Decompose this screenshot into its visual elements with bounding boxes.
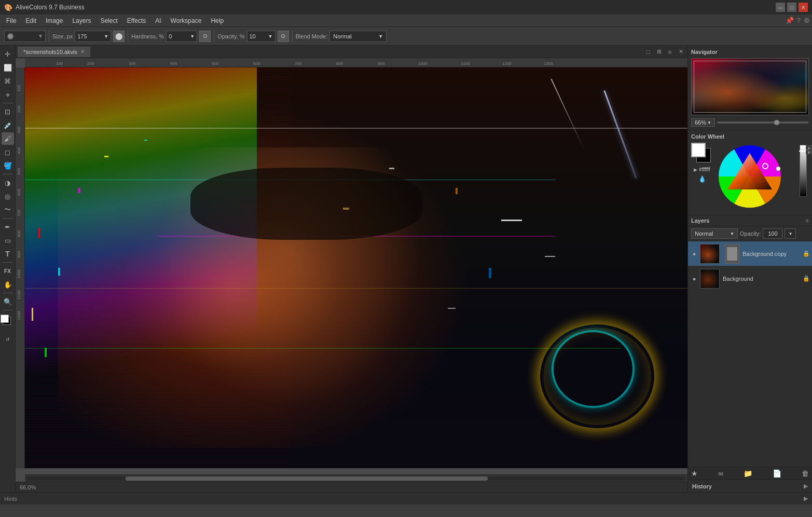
opacity-icon[interactable]: ⊙ bbox=[278, 31, 289, 42]
help-icon[interactable]: ? bbox=[797, 17, 801, 24]
toolbox-sep-5 bbox=[3, 293, 13, 293]
blend-mode-label: Blend Mode: bbox=[296, 33, 328, 39]
foreground-color-swatch[interactable] bbox=[1, 315, 9, 323]
document-tab[interactable]: *screenshots10.akvis ✕ bbox=[18, 47, 90, 57]
menu-select[interactable]: Select bbox=[96, 16, 121, 25]
maximize-button[interactable]: □ bbox=[787, 3, 796, 12]
menu-edit[interactable]: Edit bbox=[21, 16, 40, 25]
tool-eraser[interactable]: ◻ bbox=[2, 146, 14, 158]
svg-text:400: 400 bbox=[17, 147, 21, 154]
tool-fx[interactable]: FX bbox=[2, 265, 14, 277]
layer-list: ● Background copy 🔒 ● bbox=[688, 241, 812, 467]
blend-mode-select[interactable]: Normal ▼ bbox=[329, 31, 387, 42]
size-input[interactable]: 175 ▼ bbox=[75, 31, 111, 42]
history-expand-arrow[interactable]: ▶ bbox=[804, 483, 808, 489]
svg-point-33 bbox=[776, 167, 780, 171]
main-content: ✛ ⬜ ⌘ ⋄ ⊡ 💉 🖌 ◻ 🪣 ◑ ◎ 〜 ✒ ▭ T FX ✋ 🔍 ↺ bbox=[0, 46, 812, 492]
view-single-icon[interactable]: □ bbox=[643, 47, 653, 57]
menu-effects[interactable]: Effects bbox=[123, 16, 150, 25]
tool-eyedropper[interactable]: 💉 bbox=[2, 119, 14, 131]
layer-item-background-copy[interactable]: ● Background copy 🔒 bbox=[688, 241, 812, 266]
horizontal-scrollbar[interactable] bbox=[25, 474, 687, 482]
eyedropper-icon[interactable]: 💧 bbox=[698, 175, 706, 183]
canvas-area: *screenshots10.akvis ✕ □ ⊞ ≡ ✕ 100 200 3… bbox=[16, 46, 687, 492]
tab-view-icons: □ ⊞ ≡ ✕ bbox=[643, 47, 685, 57]
tool-lasso[interactable]: ⌘ bbox=[2, 75, 14, 87]
new-layer-btn[interactable]: 📄 bbox=[773, 469, 781, 478]
zoom-slider[interactable] bbox=[717, 121, 809, 124]
hints-expand-icon[interactable]: ▶ bbox=[804, 495, 808, 502]
tool-brush[interactable]: 🖌 bbox=[2, 132, 14, 145]
size-value: 175 bbox=[77, 33, 87, 39]
view-list-icon[interactable]: ≡ bbox=[665, 47, 675, 57]
menu-file[interactable]: File bbox=[2, 16, 20, 25]
color-wheel-panel: Color Wheel ▶ #ffffff 💧 bbox=[688, 130, 812, 215]
app-title: AliveColors 9.7 Business bbox=[16, 4, 85, 11]
svg-text:600: 600 bbox=[17, 188, 21, 196]
svg-text:200: 200 bbox=[17, 105, 21, 113]
menu-image[interactable]: Image bbox=[42, 16, 67, 25]
foreground-color-box[interactable] bbox=[691, 143, 706, 157]
menu-ai[interactable]: AI bbox=[151, 16, 165, 25]
tool-select-rect[interactable]: ⬜ bbox=[2, 61, 14, 74]
view-grid-icon[interactable]: ⊞ bbox=[654, 47, 664, 57]
zoom-value[interactable]: 66% ▼ bbox=[691, 118, 715, 127]
separator-2 bbox=[128, 31, 128, 42]
color-swatch-area[interactable] bbox=[1, 315, 15, 330]
navigator-preview bbox=[691, 58, 809, 115]
tool-blur[interactable]: ◎ bbox=[2, 190, 14, 202]
size-brush-icon[interactable]: ⬤ bbox=[113, 31, 125, 42]
canvas-content[interactable] bbox=[25, 67, 687, 468]
layer-opacity-arrow[interactable]: ▼ bbox=[785, 228, 796, 239]
new-group-btn[interactable]: 📁 bbox=[744, 469, 752, 478]
layer-link-btn[interactable]: ∞ bbox=[718, 469, 723, 478]
menu-workspace[interactable]: Workspace bbox=[167, 16, 206, 25]
tool-color-reset[interactable]: ↺ bbox=[2, 333, 14, 346]
color-up-btn[interactable]: ▲ bbox=[806, 145, 812, 149]
history-panel-title: History bbox=[692, 483, 712, 489]
close-all-icon[interactable]: ✕ bbox=[676, 47, 685, 57]
svg-text:100: 100 bbox=[56, 61, 63, 66]
layer-visibility-bg[interactable]: ● bbox=[690, 275, 698, 283]
opacity-label: Opacity: bbox=[740, 230, 761, 237]
layer-thumb-bg-copy bbox=[700, 244, 720, 264]
tool-dodge[interactable]: ◑ bbox=[2, 176, 14, 189]
tool-smudge[interactable]: 〜 bbox=[2, 203, 14, 216]
add-adjustment-layer-btn[interactable]: ★ bbox=[691, 469, 698, 478]
layer-blend-mode[interactable]: Normal ▼ bbox=[691, 228, 738, 239]
svg-text:200: 200 bbox=[87, 61, 94, 66]
layers-menu-icon[interactable]: ≡ bbox=[806, 217, 809, 224]
close-button[interactable]: ✕ bbox=[799, 3, 808, 12]
tool-fill[interactable]: 🪣 bbox=[2, 159, 14, 172]
settings-icon[interactable]: ⚙ bbox=[804, 17, 810, 24]
tool-crop[interactable]: ⊡ bbox=[2, 105, 14, 118]
toolbox: ✛ ⬜ ⌘ ⋄ ⊡ 💉 🖌 ◻ 🪣 ◑ ◎ 〜 ✒ ▭ T FX ✋ 🔍 ↺ bbox=[0, 46, 16, 492]
color-down-btn[interactable]: ▼ bbox=[806, 150, 812, 154]
layers-panel-controls: ≡ bbox=[806, 217, 809, 224]
opacity-number: 100 bbox=[768, 230, 777, 237]
tab-close-button[interactable]: ✕ bbox=[80, 49, 85, 55]
toolbar-pin-icon: 📌 bbox=[786, 17, 794, 24]
layer-item-background[interactable]: ● Background 🔒 bbox=[688, 266, 812, 291]
menu-layers[interactable]: Layers bbox=[68, 16, 95, 25]
menu-help[interactable]: Help bbox=[207, 16, 228, 25]
brush-preview[interactable]: ▼ bbox=[4, 31, 46, 42]
tool-shape[interactable]: ▭ bbox=[2, 234, 14, 247]
tool-hand[interactable]: ✋ bbox=[2, 278, 14, 291]
layer-opacity-value[interactable]: 100 bbox=[763, 228, 782, 239]
tool-text[interactable]: T bbox=[2, 248, 14, 260]
delete-layer-btn[interactable]: 🗑 bbox=[802, 469, 809, 478]
hardness-input[interactable]: 0 ▼ bbox=[166, 31, 197, 42]
tool-pen[interactable]: ✒ bbox=[2, 221, 14, 233]
tool-zoom[interactable]: 🔍 bbox=[2, 295, 14, 308]
scrollbar-thumb[interactable] bbox=[126, 477, 488, 481]
layer-visibility-bg-copy[interactable]: ● bbox=[690, 250, 698, 258]
color-hex-row: ▶ #ffffff bbox=[694, 167, 710, 172]
svg-text:1100: 1100 bbox=[17, 290, 21, 300]
tool-magic-wand[interactable]: ⋄ bbox=[2, 88, 14, 101]
tool-move[interactable]: ✛ bbox=[2, 48, 14, 60]
color-wheel-svg[interactable] bbox=[716, 143, 783, 210]
opacity-input[interactable]: 10 ▼ bbox=[247, 31, 276, 42]
minimize-button[interactable]: — bbox=[776, 3, 785, 12]
hardness-icon[interactable]: ⊙ bbox=[199, 31, 211, 42]
